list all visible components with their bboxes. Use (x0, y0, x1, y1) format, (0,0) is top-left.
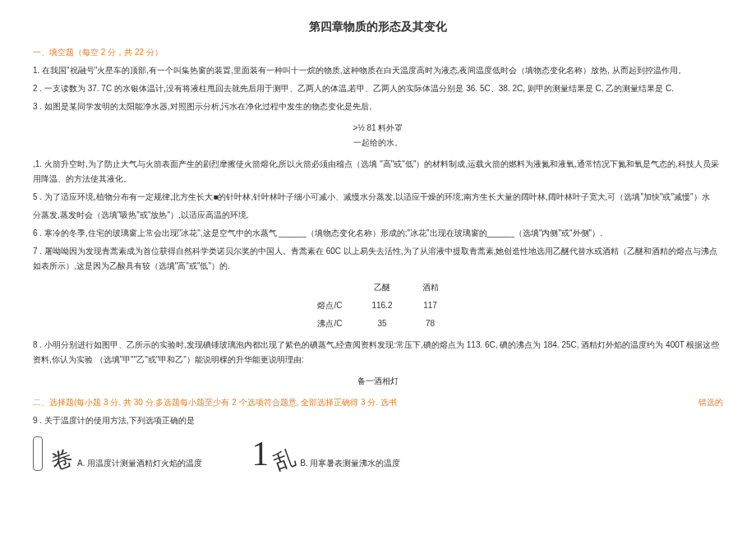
table-row: 乙醚 酒精 (302, 279, 453, 297)
option-b-group: 1 乱 B. 用寒暑表测量沸水的温度 (251, 436, 400, 471)
messy-glyph: 乱 (271, 447, 298, 474)
diagram-placeholder: >½ 81 料外罩 一起给的水。 (33, 121, 723, 150)
section-1-heading: 一、填空题（每空 2 分，共 22 分） (33, 45, 723, 60)
brush-glyph: 卷 (48, 447, 75, 474)
question-9: 9 . 关于温度计的使用方法,下列选项正确的是 (33, 413, 723, 428)
question-4: ,1. 火箭升空时,为了防止大气与火箭表面产生的剧烈摩擦使火箭熔化,所以火箭必须… (33, 157, 723, 187)
option-a-group: 卷 A. 用温度计测量酒精灯火焰的温度 (33, 436, 202, 471)
question-options-row: 卷 A. 用温度计测量酒精灯火焰的温度 1 乱 B. 用寒暑表测量沸水的温度 (33, 436, 723, 471)
question-2: 2 . 一支读数为 37. 7C 的水银体温计,没有将液柱甩回去就先后用于测甲、… (33, 81, 723, 96)
question-6: 6 . 寒冷的冬季,住宅的玻璃窗上常会出现"冰花",这是空气中的水蒸气 ____… (33, 226, 723, 241)
table-header-1: 乙醚 (357, 279, 407, 297)
table-cell: 117 (408, 297, 454, 315)
table-cell: 116.2 (357, 297, 407, 315)
table-cell: 35 (357, 315, 407, 333)
big-one-glyph: 1 (251, 436, 269, 471)
table-row: 熔点/C 116.2 117 (302, 297, 453, 315)
table-row: 沸点/C 35 78 (302, 315, 453, 333)
question-7: 7 . 屠呦呦因为发现青蒿素成为首位获得自然科学类诺贝尔奖的中国人。青蒿素在 6… (33, 244, 723, 274)
question-5: 5 . 为了适应环境,植物分布有一定规律,北方生长大■的针叶林,针叶林叶子细小可… (33, 190, 723, 205)
section-2-heading-left: 二、选择题(每小题 3 分, 共 30 分.多选题每小题至少有 2 个选项符合题… (33, 395, 397, 410)
diagram-label-bottom: 一起给的水。 (33, 136, 723, 150)
question-1: 1. 在我国"祝融号"火星车的顶部,有一个叫集热窗的装置,里面装有一种叫十一烷的… (33, 63, 723, 78)
table-cell: 熔点/C (302, 297, 357, 315)
data-table: 乙醚 酒精 熔点/C 116.2 117 沸点/C 35 78 (302, 279, 453, 333)
section-2-heading: 二、选择题(每小题 3 分, 共 30 分.多选题每小题至少有 2 个选项符合题… (33, 395, 723, 410)
table-header-2: 酒精 (408, 279, 454, 297)
page-title: 第四章物质的形态及其变化 (33, 16, 723, 37)
question-8-label: 备一酒相灯 (33, 374, 723, 389)
question-3: 3 . 如图是某同学发明的太阳能净水器,对照图示分析,污水在净化过程中发生的物态… (33, 99, 723, 114)
question-8: 8 . 小明分别进行如图甲、乙所示的实验时,发现碘锤玻璃泡内都出现了紫色的碘蒸气… (33, 338, 723, 367)
diagram-label-top: >½ 81 料外罩 (33, 121, 723, 136)
table-cell: 78 (408, 315, 454, 333)
section-2-heading-right: 错选的 (698, 395, 723, 410)
table-cell: 沸点/C (302, 315, 357, 333)
option-b-text: B. 用寒暑表测量沸水的温度 (300, 456, 400, 471)
question-5b: 分蒸发,蒸发时会（选填"吸热"或"放热"）,以适应高温的环境. (33, 208, 723, 223)
option-a-text: A. 用温度计测量酒精灯火焰的温度 (77, 456, 202, 471)
thermometer-icon (33, 436, 43, 471)
